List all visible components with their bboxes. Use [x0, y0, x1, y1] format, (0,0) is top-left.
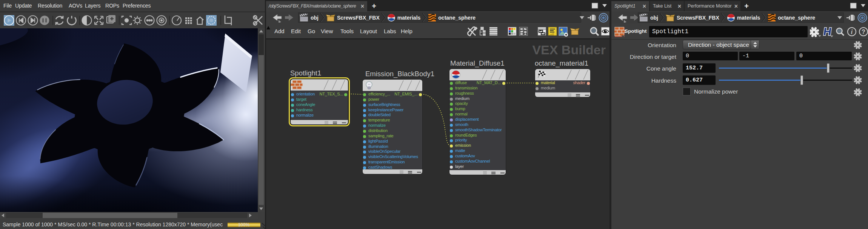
- svg-text:?: ?: [862, 29, 865, 35]
- svg-text:100%: 100%: [238, 222, 250, 227]
- svg-text:i: i: [851, 29, 853, 35]
